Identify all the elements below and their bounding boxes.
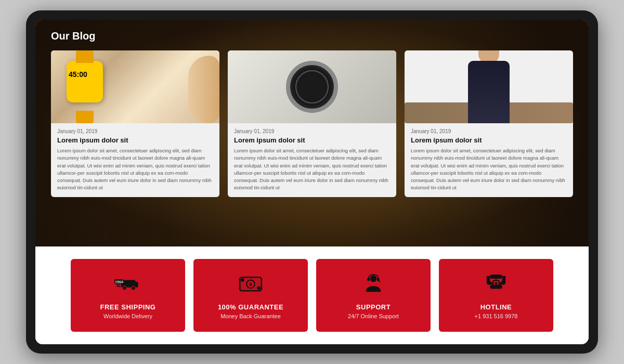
rolex-watch-circle [286,61,338,113]
blog-card-1[interactable]: January 01, 2019 Lorem ipsum dolor sit L… [51,50,219,197]
svg-point-14 [370,275,377,282]
features-section: FREE FREE SHIPPING Worldwide Delivery [35,246,589,344]
apple-watch-image [51,50,219,123]
feature-card-hotline[interactable]: HOTLINE +1 931 516 9978 [439,259,553,332]
feature-title-shipping: FREE SHIPPING [100,303,156,311]
svg-rect-18 [490,275,502,279]
blog-card-date-2: January 01, 2019 [234,128,390,134]
blog-card-text-1: Lorem ipsum dolor sit amet, consectetuer… [57,147,213,192]
watch-band-top [76,50,94,63]
blog-card-content-1: January 01, 2019 Lorem ipsum dolor sit L… [51,123,219,197]
tablet-screen: Our Blog January 01, 2019 Lorem ipsum do… [35,20,589,344]
hand-background [188,56,219,123]
blog-card-date-3: January 01, 2019 [411,128,567,134]
rolex-watch-image [228,50,396,123]
blog-card-3[interactable]: January 01, 2019 Lorem ipsum dolor sit L… [405,50,573,197]
blog-card-title-3: Lorem ipsum dolor sit [411,136,567,144]
feature-title-hotline: HOTLINE [480,303,512,311]
tablet-frame: Our Blog January 01, 2019 Lorem ipsum do… [26,10,598,354]
feature-subtitle-guarantee: Money Back Guarantee [220,313,281,319]
svg-rect-25 [499,282,500,284]
feature-card-shipping[interactable]: FREE FREE SHIPPING Worldwide Delivery [71,259,185,332]
suit-figure [468,61,510,123]
shipping-icon: FREE [114,272,141,298]
svg-rect-22 [496,279,497,281]
blog-card-text-2: Lorem ipsum dolor sit amet, consectetuer… [234,147,390,192]
blog-card-2[interactable]: January 01, 2019 Lorem ipsum dolor sit L… [228,50,396,197]
guarantee-icon: $ [237,272,264,298]
feature-subtitle-hotline: +1 931 516 9978 [475,313,518,319]
svg-text:$: $ [249,281,252,287]
feature-subtitle-support: 24/7 Online Support [348,313,399,319]
svg-point-21 [495,282,497,284]
blog-card-image-1 [51,50,219,123]
svg-point-13 [257,286,261,290]
blog-card-text-3: Lorem ipsum dolor sit amet, consectetuer… [411,147,567,192]
svg-point-3 [132,286,136,290]
feature-card-support[interactable]: SUPPORT 24/7 Online Support [316,259,431,332]
feature-title-support: SUPPORT [356,303,391,311]
blog-card-image-2 [228,50,396,123]
svg-text:FREE: FREE [115,280,124,283]
svg-rect-24 [492,282,493,284]
svg-point-2 [123,286,127,290]
blog-card-content-3: January 01, 2019 Lorem ipsum dolor sit L… [405,123,573,197]
man-suit-image [405,50,573,123]
feature-title-guarantee: 100% GUARANTEE [218,303,283,311]
blog-card-content-2: January 01, 2019 Lorem ipsum dolor sit L… [228,123,396,197]
blog-card-title-1: Lorem ipsum dolor sit [57,136,213,144]
svg-rect-23 [496,285,497,287]
blog-section: Our Blog January 01, 2019 Lorem ipsum do… [35,20,589,246]
feature-subtitle-shipping: Worldwide Delivery [103,313,152,319]
blog-card-date-1: January 01, 2019 [57,128,213,134]
blog-card-title-2: Lorem ipsum dolor sit [234,136,390,144]
watch-band-bottom [76,111,94,123]
svg-rect-15 [367,277,370,281]
blog-card-image-3 [405,50,573,123]
blog-cards: January 01, 2019 Lorem ipsum dolor sit L… [51,50,573,197]
support-icon [360,272,387,298]
blog-title: Our Blog [51,30,573,42]
feature-card-guarantee[interactable]: $ 100% GUARANTEE Money Back Guarantee [193,259,308,332]
hotline-icon [483,272,510,298]
svg-point-12 [241,278,244,282]
